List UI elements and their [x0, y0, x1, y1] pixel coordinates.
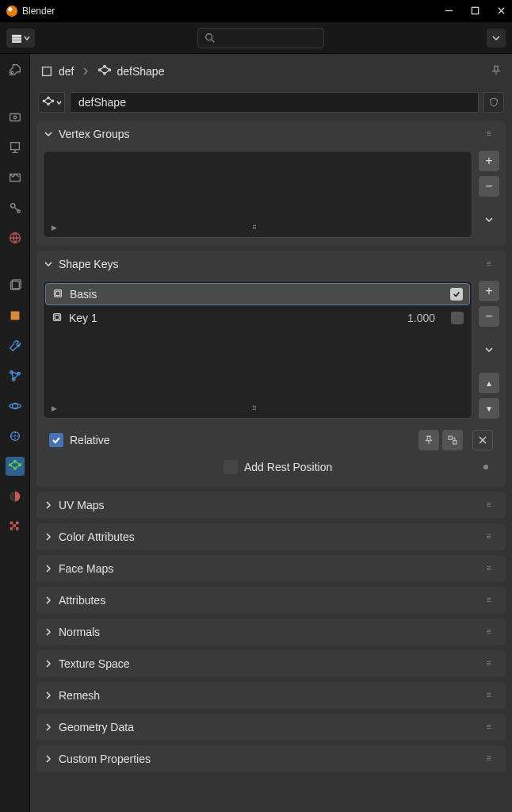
mesh-data-tab-icon[interactable] [6, 457, 25, 476]
svg-rect-29 [13, 524, 16, 527]
remesh-panel: Remesh ⠿ [36, 682, 506, 709]
remove-shape-key-button[interactable]: − [479, 306, 499, 327]
shape-key-row[interactable]: Basis [45, 283, 470, 305]
shape-key-clear-button[interactable] [472, 430, 493, 450]
search-input[interactable] [197, 28, 324, 48]
grip-icon[interactable]: ⠿ [487, 724, 498, 731]
vertex-groups-list[interactable]: ▶ ⠿ [43, 151, 472, 238]
particles-tab-icon[interactable] [6, 366, 25, 385]
chevron-right-icon [44, 531, 52, 543]
grip-icon[interactable]: ⠿ [487, 692, 498, 699]
mesh-name-field[interactable] [70, 92, 479, 113]
svg-rect-2 [13, 38, 21, 40]
viewlayer-tab-icon[interactable] [6, 168, 25, 187]
editor-type-dropdown[interactable] [6, 29, 35, 48]
shape-key-edit-mode-button[interactable] [442, 430, 463, 450]
shape-key-name: Basis [70, 288, 444, 301]
options-dropdown-button[interactable] [487, 29, 506, 48]
relative-checkbox[interactable] [49, 433, 63, 447]
render-tab-icon[interactable] [6, 108, 25, 127]
panel-header[interactable]: Custom Properties ⠿ [36, 745, 506, 772]
panel-header[interactable]: UV Maps ⠿ [36, 492, 506, 519]
modifiers-tab-icon[interactable] [6, 336, 25, 355]
maximize-button[interactable] [471, 6, 480, 17]
grip-icon[interactable]: ⠿ [487, 534, 498, 541]
panel-title: Normals [59, 626, 487, 638]
add-rest-position-checkbox[interactable] [224, 460, 238, 474]
grip-icon[interactable]: ⠿ [487, 756, 498, 763]
shape-key-specials-button[interactable] [479, 339, 499, 360]
move-shape-key-down-button[interactable]: ▼ [479, 398, 499, 419]
panel-header[interactable]: Color Attributes ⠿ [36, 523, 506, 550]
expand-icon[interactable]: ▶ [52, 404, 57, 412]
output-tab-icon[interactable] [6, 138, 25, 157]
shape-key-name: Key 1 [69, 312, 401, 324]
close-button[interactable] [497, 6, 506, 17]
fake-user-button[interactable] [483, 92, 504, 113]
grip-icon[interactable]: ⠿ [252, 405, 263, 412]
expand-icon[interactable]: ▶ [52, 224, 57, 232]
add-vertex-group-button[interactable]: + [479, 151, 499, 171]
constraints-tab-icon[interactable] [6, 427, 25, 446]
object-tab-icon[interactable] [6, 306, 25, 325]
svg-rect-30 [10, 527, 13, 530]
grip-icon[interactable]: ⠿ [487, 661, 498, 668]
grip-icon[interactable]: ⠿ [487, 261, 498, 268]
svg-point-20 [9, 404, 20, 408]
add-shape-key-button[interactable]: + [479, 281, 499, 301]
attributes-panel: Attributes ⠿ [36, 587, 506, 614]
shape-key-mute-checkbox[interactable] [450, 288, 463, 301]
world-tab-icon[interactable] [6, 228, 25, 247]
grip-icon[interactable]: ⠿ [487, 131, 498, 138]
grip-icon[interactable]: ⠿ [487, 629, 498, 636]
svg-rect-46 [453, 441, 457, 444]
remove-vertex-group-button[interactable]: − [479, 176, 499, 197]
chevron-right-icon [44, 626, 52, 638]
panel-header[interactable]: Geometry Data ⠿ [36, 714, 506, 741]
grip-icon[interactable]: ⠿ [487, 565, 498, 573]
shape-key-mute-checkbox[interactable] [451, 312, 464, 324]
shape-keys-panel-header[interactable]: Shape Keys ⠿ [36, 251, 506, 278]
vertex-groups-panel-header[interactable]: Vertex Groups ⠿ [36, 121, 506, 147]
vertex-group-specials-button[interactable] [479, 209, 499, 230]
grip-icon[interactable]: ⠿ [487, 597, 498, 604]
mesh-datablock-dropdown[interactable] [38, 92, 65, 113]
tool-tab-icon[interactable] [6, 60, 25, 79]
svg-point-24 [18, 464, 21, 466]
panel-header[interactable]: Face Maps ⠿ [36, 555, 506, 582]
panel-header[interactable]: Texture Space ⠿ [36, 650, 506, 677]
panel-header[interactable]: Remesh ⠿ [36, 682, 506, 709]
move-shape-key-up-button[interactable]: ▲ [479, 373, 499, 393]
shape-key-icon [52, 312, 63, 325]
shape-key-row[interactable]: Key 1 1.000 [44, 307, 472, 329]
panel-header[interactable]: Normals ⠿ [36, 619, 506, 645]
collection-tab-icon[interactable] [6, 276, 25, 295]
geometry-data-panel: Geometry Data ⠿ [36, 714, 506, 741]
chevron-right-icon [44, 690, 52, 702]
panel-header[interactable]: Attributes ⠿ [36, 587, 506, 614]
svg-rect-44 [55, 315, 59, 319]
breadcrumb-object[interactable]: def [40, 64, 74, 79]
custom-properties-panel: Custom Properties ⠿ [36, 745, 506, 772]
chevron-down-icon [44, 128, 52, 140]
status-dot-icon [483, 465, 488, 469]
grip-icon[interactable]: ⠿ [487, 502, 498, 509]
chevron-right-icon [82, 66, 90, 78]
pin-button[interactable] [490, 64, 502, 79]
material-tab-icon[interactable] [6, 487, 25, 506]
minimize-button[interactable] [445, 6, 453, 17]
mesh-icon [97, 64, 112, 79]
shape-keys-list[interactable]: Basis Key 1 1.000 ▶ ⠿ [43, 281, 472, 419]
svg-rect-45 [449, 436, 452, 439]
svg-point-25 [13, 467, 16, 469]
grip-icon[interactable]: ⠿ [252, 224, 263, 232]
breadcrumb-mesh[interactable]: defShape [97, 64, 164, 79]
scene-tab-icon[interactable] [6, 198, 25, 217]
vertex-groups-panel: Vertex Groups ⠿ ▶ ⠿ + − [36, 121, 506, 246]
chevron-right-icon [44, 722, 52, 733]
svg-rect-0 [472, 7, 478, 13]
properties-tab-strip [0, 54, 30, 812]
shape-key-pin-button[interactable] [418, 430, 439, 450]
texture-tab-icon[interactable] [6, 517, 25, 536]
physics-tab-icon[interactable] [6, 396, 25, 416]
